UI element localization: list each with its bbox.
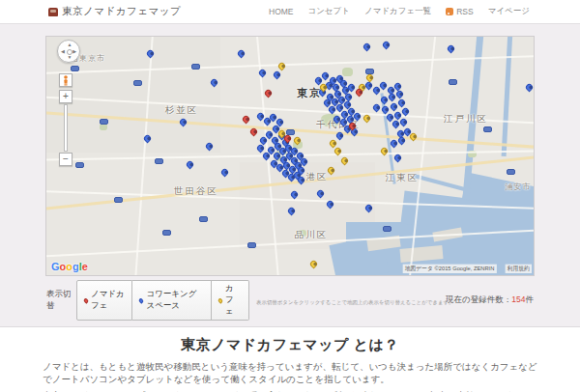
pan-right-icon[interactable]: ▶ — [72, 49, 76, 54]
street-view-pegman[interactable] — [59, 73, 72, 87]
nav-home[interactable]: HOME — [269, 7, 294, 16]
pan-down-icon[interactable]: ▼ — [68, 55, 72, 60]
registration-count: 現在の登録件数：154件 — [446, 294, 534, 306]
park-ueno — [342, 68, 353, 76]
yellow-pin-icon — [218, 297, 223, 303]
filter-cafe-button[interactable]: カフェ — [212, 280, 249, 321]
map-area-label: 港区 — [306, 171, 329, 183]
site-logo[interactable]: 東京ノマドカフェマップ — [48, 5, 181, 18]
toolbar-help-text: 表示切替ボタンをクリックすることで地図上の表示を切り替えることができます。 — [256, 292, 446, 309]
nav-mypage[interactable]: マイページ — [488, 6, 530, 17]
display-switch-label: 表示切替 — [46, 289, 72, 312]
main-nav: HOME コンセプト ノマドカフェ一覧 RSS マイページ — [269, 6, 530, 17]
red-pin-icon — [83, 297, 89, 303]
map-pan-control[interactable]: ▲ ▼ ◀ ▶ — [57, 40, 80, 63]
map-area-label: 浦安市 — [506, 182, 532, 192]
route-shield-icon — [483, 126, 492, 132]
map-zoom-slider[interactable] — [64, 104, 68, 152]
route-shield-icon — [71, 66, 79, 71]
river-edogawa — [502, 37, 513, 156]
display-toolbar: 表示切替 ノマドカフェ コワーキングスペース カフェ 表示切替ボタンをクリックす… — [46, 280, 534, 321]
about-heading: 東京ノマドカフェマップ とは？ — [43, 336, 537, 354]
site-logo-icon — [48, 8, 58, 16]
site-title: 東京ノマドカフェマップ — [62, 5, 181, 18]
route-shield-icon — [449, 79, 457, 85]
filter-button-group: ノマドカフェ コワーキングスペース カフェ — [76, 280, 249, 321]
route-shield-icon — [191, 64, 200, 70]
map-attribution: 地図データ ©2015 Google, ZENRIN — [403, 265, 497, 273]
route-shield-icon — [162, 230, 171, 236]
map-section: 西東京市杉並区世田谷区東京千代田区港区品川区江東区江戸川区浦安市 ▲ ▼ ◀ ▶… — [0, 24, 580, 327]
route-shield-icon — [383, 226, 392, 232]
nav-concept[interactable]: コンセプト — [308, 6, 351, 17]
map-area-label: 世田谷区 — [174, 185, 218, 198]
route-shield-icon — [100, 119, 108, 125]
blue-pin-icon — [138, 297, 144, 303]
route-shield-icon — [507, 169, 515, 175]
filter-coworking-button[interactable]: コワーキングスペース — [132, 280, 212, 321]
count-number: 154 — [511, 294, 525, 304]
filter-nomad-cafe-button[interactable]: ノマドカフェ — [76, 280, 132, 321]
map-area-label: 江東区 — [386, 172, 420, 184]
map-area-label: 江戸川区 — [444, 113, 488, 126]
site-header: 東京ノマドカフェマップ HOME コンセプト ノマドカフェ一覧 RSS マイペー… — [0, 0, 580, 24]
park-west — [100, 124, 107, 130]
route-shield-icon — [114, 197, 123, 203]
map-zoom-out-button[interactable]: − — [59, 153, 72, 166]
google-logo[interactable]: Google — [51, 261, 88, 272]
route-shield-icon — [133, 80, 142, 86]
canal — [415, 174, 472, 192]
map-area-label: 品川区 — [295, 229, 329, 241]
map-zoom-in-button[interactable]: + — [59, 90, 72, 103]
route-shield-icon — [247, 242, 256, 248]
route-shield-icon — [155, 158, 163, 164]
route-shield-icon — [199, 216, 208, 222]
google-map[interactable]: 西東京市杉並区世田谷区東京千代田区港区品川区江東区江戸川区浦安市 ▲ ▼ ◀ ▶… — [46, 37, 534, 275]
nav-cafe-list[interactable]: ノマドカフェ一覧 — [364, 6, 431, 17]
pan-up-icon[interactable]: ▲ — [68, 42, 72, 47]
rss-icon — [446, 8, 453, 15]
about-paragraph-1: ノマドとは、もともと遊牧民や移動民という意味を持っていますが、転じて、いつも決ま… — [43, 361, 537, 385]
nav-rss[interactable]: RSS — [446, 7, 473, 16]
map-area-label: 杉並区 — [165, 104, 199, 117]
pan-left-icon[interactable]: ◀ — [61, 49, 65, 54]
route-shield-icon — [75, 162, 84, 168]
map-terms-link[interactable]: 利用規約 — [506, 265, 532, 273]
about-section: 東京ノマドカフェマップ とは？ ノマドとは、もともと遊牧民や移動民という意味を持… — [0, 327, 580, 392]
